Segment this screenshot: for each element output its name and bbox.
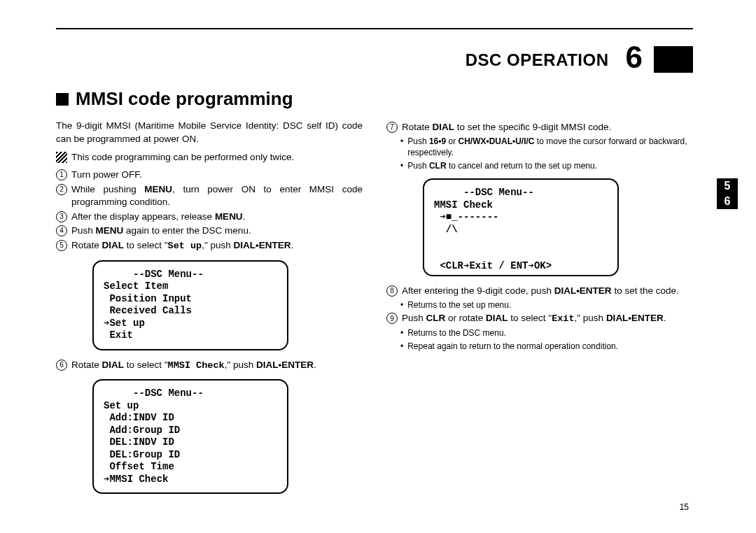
step-num-6: 6 xyxy=(56,360,67,371)
section-title: MMSI code programming xyxy=(76,88,293,110)
step-num-7: 7 xyxy=(386,122,398,133)
t: While pushing xyxy=(71,184,144,194)
note-text: This code programming can be performed o… xyxy=(71,151,294,164)
t: or rotate xyxy=(445,313,486,323)
t: ," push xyxy=(225,360,256,370)
kw-169: 16•9 xyxy=(429,136,446,146)
step-6-body: Rotate DIAL to select "MMSI Check," push… xyxy=(71,359,363,373)
step-num-3: 3 xyxy=(56,211,67,222)
step-num-2: 2 xyxy=(56,184,67,195)
t: Returns to the set up menu. xyxy=(407,299,511,311)
step-4-body: Push MENU again to enter the DSC menu. xyxy=(71,225,363,238)
step-9-bullet-1: Returns to the DSC menu. xyxy=(400,327,693,339)
left-column: The 9-digit MMSI (Maritime Mobile Servic… xyxy=(56,120,363,502)
kw-dial-enter: DIAL•ENTER xyxy=(554,285,612,296)
right-column: 7 Rotate DIAL to set the specific 9-digi… xyxy=(386,120,693,502)
step-7-bullet-1: Push 16•9 or CH/WX•DUAL•U/I/C to move th… xyxy=(400,136,693,159)
step-2: 2 While pushing MENU, turn power ON to e… xyxy=(56,183,363,209)
t: Push xyxy=(402,313,426,323)
step-3-body: After the display appears, release MENU. xyxy=(71,211,363,224)
t: Returns to the DSC menu. xyxy=(407,327,506,339)
kw-dial-enter: DIAL•ENTER xyxy=(234,240,291,250)
lcd-display-1: --DSC Menu-- Select Item Position Input … xyxy=(92,260,288,350)
t: again to enter the DSC menu. xyxy=(123,225,251,236)
kw-dial-enter: DIAL•ENTER xyxy=(606,313,664,323)
note-row: This code programming can be performed o… xyxy=(56,151,363,164)
step-num-1: 1 xyxy=(56,169,67,180)
lcd-text: Set up xyxy=(168,241,202,251)
t: ," push xyxy=(575,313,606,323)
step-2-body: While pushing MENU, turn power ON to ent… xyxy=(71,183,363,209)
step-5: 5 Rotate DIAL to select "Set up," push D… xyxy=(56,239,363,253)
lcd-display-2: --DSC Menu-- Set up Add:INDV ID Add:Grou… xyxy=(92,379,288,494)
t: Push xyxy=(407,136,429,146)
chapter-title: DSC OPERATION xyxy=(465,52,609,69)
step-1-body: Turn power OFF. xyxy=(71,169,363,182)
t: Rotate xyxy=(71,240,102,250)
step-7-bullet-2: Push CLR to cancel and return to the set… xyxy=(400,160,693,172)
content-columns: The 9-digit MMSI (Maritime Mobile Servic… xyxy=(56,120,693,502)
t: . xyxy=(291,240,294,250)
t: to select " xyxy=(508,313,552,323)
kw-menu: MENU xyxy=(215,211,243,222)
step-1: 1 Turn power OFF. xyxy=(56,169,363,182)
t: Push xyxy=(71,225,96,236)
t: . xyxy=(243,211,246,222)
t: Push 16•9 or CH/WX•DUAL•U/I/C to move th… xyxy=(407,136,693,159)
t: to set the code. xyxy=(612,285,679,296)
t: to select " xyxy=(124,360,168,370)
step-7: 7 Rotate DIAL to set the specific 9-digi… xyxy=(386,121,693,134)
header-black-bar xyxy=(654,46,693,73)
step-8-bullet: Returns to the set up menu. xyxy=(400,299,693,311)
tab-6: 6 xyxy=(717,194,738,209)
side-tab: 5 6 xyxy=(717,178,738,209)
step-9: 9 Push CLR or rotate DIAL to select "Exi… xyxy=(386,312,693,326)
step-num-4: 4 xyxy=(56,225,67,236)
kw-menu: MENU xyxy=(96,225,124,236)
t: to select " xyxy=(124,240,168,250)
t: Push CLR to cancel and return to the set… xyxy=(407,160,597,172)
kw-clr: CLR xyxy=(429,161,447,171)
kw-dial-enter: DIAL•ENTER xyxy=(256,360,314,370)
chapter-number: 6 xyxy=(626,42,643,73)
t: . xyxy=(664,313,666,323)
t: Rotate xyxy=(71,360,102,370)
t: or xyxy=(446,136,458,146)
t: After entering the 9-digit code, push xyxy=(402,285,554,296)
t: After the display appears, release xyxy=(71,211,215,222)
hatch-icon xyxy=(56,152,67,163)
t: Rotate xyxy=(402,122,433,132)
lcd-text: MMSI Check xyxy=(168,360,225,371)
kw-dial: DIAL xyxy=(486,313,508,323)
lcd-display-3: --DSC Menu-- MMSI Check ➔■_------- /\ <C… xyxy=(423,178,619,276)
section-bullet-icon xyxy=(56,93,69,106)
t: Repeat again to return to the normal ope… xyxy=(407,341,618,353)
step-7-body: Rotate DIAL to set the specific 9-digit … xyxy=(402,121,693,134)
step-num-9: 9 xyxy=(386,313,398,324)
lcd-text: Exit xyxy=(552,313,574,324)
kw-clr: CLR xyxy=(426,313,446,323)
step-9-bullet-2: Repeat again to return to the normal ope… xyxy=(400,341,693,353)
section-heading: MMSI code programming xyxy=(56,88,693,110)
page-number: 15 xyxy=(680,502,689,512)
kw-dial: DIAL xyxy=(102,360,125,370)
step-num-5: 5 xyxy=(56,240,67,251)
step-4: 4 Push MENU again to enter the DSC menu. xyxy=(56,225,363,238)
step-8: 8 After entering the 9-digit code, push … xyxy=(386,285,693,298)
t: Push xyxy=(407,161,429,171)
t: to set the specific 9-digit MMSI code. xyxy=(454,122,611,132)
step-3: 3 After the display appears, release MEN… xyxy=(56,211,363,224)
kw-menu: MENU xyxy=(144,184,172,194)
kw-chwx: CH/WX•DUAL•U/I/C xyxy=(458,136,534,146)
kw-dial: DIAL xyxy=(102,240,125,250)
step-5-body: Rotate DIAL to select "Set up," push DIA… xyxy=(71,239,363,253)
step-6: 6 Rotate DIAL to select "MMSI Check," pu… xyxy=(56,359,363,373)
step-num-8: 8 xyxy=(386,285,398,297)
step-9-body: Push CLR or rotate DIAL to select "Exit,… xyxy=(402,312,693,326)
page-header: DSC OPERATION 6 xyxy=(56,28,693,69)
step-8-body: After entering the 9-digit code, push DI… xyxy=(402,285,693,298)
tab-5: 5 xyxy=(717,178,738,194)
intro-paragraph: The 9-digit MMSI (Maritime Mobile Servic… xyxy=(56,120,363,145)
t: to cancel and return to the set up menu. xyxy=(447,161,597,171)
t: ," push xyxy=(202,240,233,250)
